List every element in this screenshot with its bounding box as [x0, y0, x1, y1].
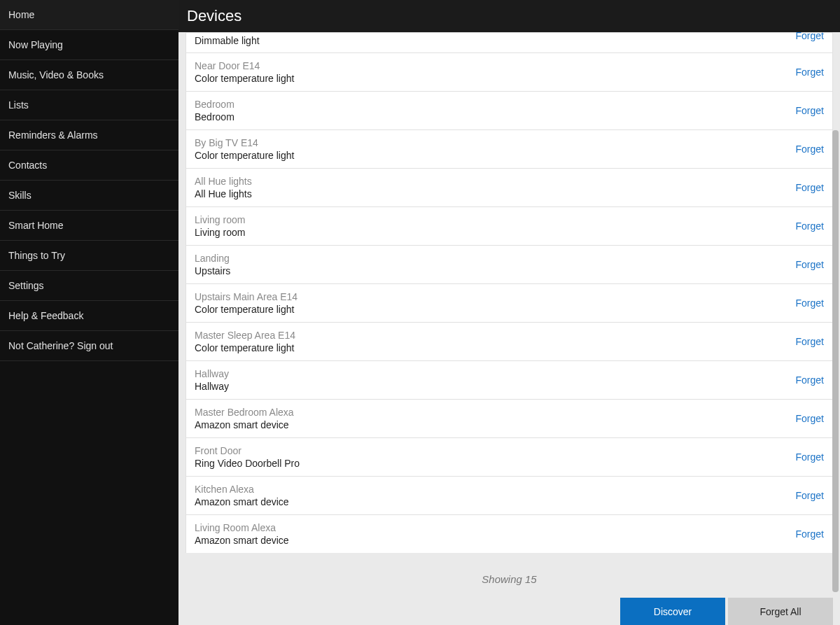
- device-name: Living room: [195, 213, 796, 226]
- device-type: Color temperature light: [195, 149, 796, 162]
- device-type: Living room: [195, 226, 796, 239]
- sidebar-item-label: Home: [8, 9, 34, 20]
- device-info: Living Room Alexa Amazon smart device: [195, 521, 796, 547]
- page-title: Devices: [187, 7, 241, 25]
- sidebar-item-label: Smart Home: [8, 220, 64, 231]
- main: Devices Dimmable light Forget Near Door …: [178, 0, 840, 625]
- forget-link[interactable]: Forget: [796, 143, 824, 155]
- device-info: Bedroom Bedroom: [195, 98, 796, 123]
- forget-link[interactable]: Forget: [796, 451, 824, 463]
- forget-link[interactable]: Forget: [796, 32, 824, 41]
- device-info: Front Door Ring Video Doorbell Pro: [195, 444, 796, 470]
- device-row[interactable]: Living Room Alexa Amazon smart device Fo…: [186, 514, 833, 554]
- device-name: Hallway: [195, 367, 796, 380]
- device-name: Living Room Alexa: [195, 521, 796, 534]
- device-info: All Hue lights All Hue lights: [195, 175, 796, 200]
- device-row[interactable]: All Hue lights All Hue lights Forget: [186, 168, 833, 207]
- sidebar-item-label: Help & Feedback: [8, 310, 83, 321]
- device-info: By Big TV E14 Color temperature light: [195, 136, 796, 162]
- device-info: Near Door E14 Color temperature light: [195, 59, 796, 85]
- device-name: Master Bedroom Alexa: [195, 406, 796, 419]
- device-row[interactable]: By Big TV E14 Color temperature light Fo…: [186, 129, 833, 169]
- device-info: Kitchen Alexa Amazon smart device: [195, 483, 796, 508]
- forget-link[interactable]: Forget: [796, 374, 824, 386]
- sidebar-item-label: Reminders & Alarms: [8, 129, 98, 141]
- sidebar-item-signout[interactable]: Not Catherine? Sign out: [0, 331, 178, 361]
- device-info: Master Bedroom Alexa Amazon smart device: [195, 406, 796, 431]
- device-row[interactable]: Near Door E14 Color temperature light Fo…: [186, 52, 833, 92]
- sidebar-item-things-to-try[interactable]: Things to Try: [0, 241, 178, 271]
- device-info: Upstairs Main Area E14 Color temperature…: [195, 290, 796, 316]
- device-list: Dimmable light Forget Near Door E14 Colo…: [178, 32, 840, 554]
- device-row[interactable]: Upstairs Main Area E14 Color temperature…: [186, 283, 833, 323]
- device-row[interactable]: Front Door Ring Video Doorbell Pro Forge…: [186, 437, 833, 477]
- device-name: All Hue lights: [195, 175, 796, 188]
- sidebar-item-label: Contacts: [8, 160, 47, 171]
- device-type: Amazon smart device: [195, 419, 796, 431]
- device-type: Amazon smart device: [195, 496, 796, 508]
- device-type: All Hue lights: [195, 188, 796, 200]
- scrollbar[interactable]: [831, 130, 840, 592]
- content: Dimmable light Forget Near Door E14 Colo…: [178, 32, 840, 625]
- device-type: Color temperature light: [195, 342, 796, 354]
- forget-link[interactable]: Forget: [796, 413, 824, 424]
- sidebar-item-now-playing[interactable]: Now Playing: [0, 30, 178, 60]
- device-row[interactable]: Kitchen Alexa Amazon smart device Forget: [186, 476, 833, 515]
- sidebar-item-help-feedback[interactable]: Help & Feedback: [0, 301, 178, 331]
- button-row: Discover Forget All: [186, 598, 833, 625]
- forget-link[interactable]: Forget: [796, 220, 824, 232]
- device-row[interactable]: Bedroom Bedroom Forget: [186, 91, 833, 130]
- device-row[interactable]: Dimmable light Forget: [186, 32, 833, 53]
- sidebar-item-music-video-books[interactable]: Music, Video & Books: [0, 60, 178, 90]
- forget-link[interactable]: Forget: [796, 336, 824, 347]
- sidebar-item-label: Music, Video & Books: [8, 69, 104, 80]
- device-name: Near Door E14: [195, 59, 796, 72]
- showing-count: Showing 15: [186, 573, 833, 585]
- header: Devices: [178, 0, 840, 32]
- device-row[interactable]: Master Bedroom Alexa Amazon smart device…: [186, 399, 833, 438]
- sidebar: Home Now Playing Music, Video & Books Li…: [0, 0, 178, 625]
- sidebar-item-reminders-alarms[interactable]: Reminders & Alarms: [0, 120, 178, 150]
- device-type: Ring Video Doorbell Pro: [195, 457, 796, 470]
- device-info: Landing Upstairs: [195, 252, 796, 277]
- device-name: Landing: [195, 252, 796, 265]
- device-row[interactable]: Landing Upstairs Forget: [186, 245, 833, 284]
- sidebar-item-label: Skills: [8, 190, 31, 201]
- forget-link[interactable]: Forget: [796, 182, 824, 193]
- scrollbar-thumb[interactable]: [832, 130, 839, 592]
- sidebar-item-home[interactable]: Home: [0, 0, 178, 30]
- sidebar-item-label: Not Catherine? Sign out: [8, 340, 113, 351]
- forget-link[interactable]: Forget: [796, 528, 824, 540]
- forget-link[interactable]: Forget: [796, 66, 824, 78]
- device-info: Hallway Hallway: [195, 367, 796, 393]
- device-type: Upstairs: [195, 265, 796, 277]
- sidebar-item-label: Lists: [8, 99, 29, 111]
- device-info: Master Sleep Area E14 Color temperature …: [195, 329, 796, 354]
- device-row[interactable]: Master Sleep Area E14 Color temperature …: [186, 322, 833, 361]
- device-name: Kitchen Alexa: [195, 483, 796, 496]
- device-type: Bedroom: [195, 111, 796, 123]
- device-row[interactable]: Living room Living room Forget: [186, 206, 833, 246]
- device-type: Amazon smart device: [195, 534, 796, 547]
- device-row[interactable]: Hallway Hallway Forget: [186, 360, 833, 400]
- forget-link[interactable]: Forget: [796, 105, 824, 116]
- forget-all-button[interactable]: Forget All: [728, 598, 833, 625]
- device-name: Upstairs Main Area E14: [195, 290, 796, 303]
- footer: Showing 15 Discover Forget All: [178, 553, 840, 625]
- forget-link[interactable]: Forget: [796, 259, 824, 270]
- sidebar-item-smart-home[interactable]: Smart Home: [0, 211, 178, 241]
- forget-link[interactable]: Forget: [796, 297, 824, 309]
- sidebar-item-skills[interactable]: Skills: [0, 181, 178, 211]
- sidebar-item-label: Things to Try: [8, 250, 65, 261]
- sidebar-item-contacts[interactable]: Contacts: [0, 150, 178, 181]
- device-type: Color temperature light: [195, 303, 796, 316]
- device-name: By Big TV E14: [195, 136, 796, 149]
- sidebar-item-settings[interactable]: Settings: [0, 271, 178, 301]
- forget-link[interactable]: Forget: [796, 490, 824, 501]
- sidebar-item-label: Now Playing: [8, 39, 63, 50]
- discover-button[interactable]: Discover: [620, 598, 725, 625]
- device-name: Front Door: [195, 444, 796, 457]
- sidebar-item-label: Settings: [8, 280, 44, 291]
- device-type: Color temperature light: [195, 72, 796, 85]
- sidebar-item-lists[interactable]: Lists: [0, 90, 178, 120]
